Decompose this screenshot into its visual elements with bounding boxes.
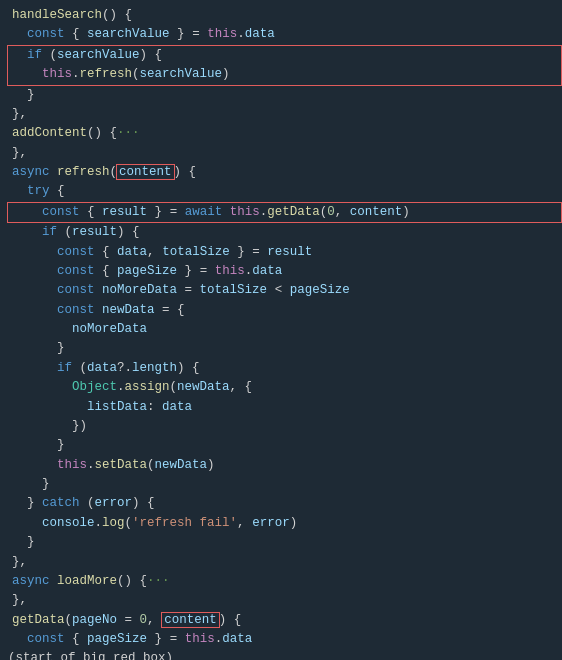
line-5: }: [8, 86, 562, 105]
line-29: },: [8, 553, 562, 572]
line-33: const { pageSize } = this.data: [8, 630, 562, 649]
line-10: try {: [8, 182, 562, 201]
line-27: console.log('refresh fail', error): [8, 514, 562, 533]
line-1: handleSearch() {: [8, 6, 562, 25]
line-19: if (data?.length) {: [8, 359, 562, 378]
line-6: },: [8, 105, 562, 124]
code-editor: handleSearch() { const { searchValue } =…: [0, 0, 562, 660]
line-3: if (searchValue) {: [8, 45, 562, 65]
line-14: const { pageSize } = this.data: [8, 262, 562, 281]
line-9: async refresh(content) {: [8, 163, 562, 182]
line-4: this.refresh(searchValue): [8, 65, 562, 85]
line-7: addContent() {···: [8, 124, 562, 143]
line-20: Object.assign(newData, {: [8, 378, 562, 397]
line-28: }: [8, 533, 562, 552]
line-16: const newData = {: [8, 301, 562, 320]
line-21: listData: data: [8, 398, 562, 417]
line-12: if (result) {: [8, 223, 562, 242]
line-26: } catch (error) {: [8, 494, 562, 513]
line-24: this.setData(newData): [8, 456, 562, 475]
line-25: }: [8, 475, 562, 494]
line-2: const { searchValue } = this.data: [8, 25, 562, 44]
line-17: noMoreData: [8, 320, 562, 339]
line-30: async loadMore() {···: [8, 572, 562, 591]
line-31: },: [8, 591, 562, 610]
line-11: const { result } = await this.getData(0,…: [8, 202, 562, 223]
line-13: const { data, totalSize } = result: [8, 243, 562, 262]
line-22: }): [8, 417, 562, 436]
line-15: const noMoreData = totalSize < pageSize: [8, 281, 562, 300]
line-32: getData(pageNo = 0, content) {: [8, 611, 562, 630]
line-23: }: [8, 436, 562, 455]
line-18: }: [8, 339, 562, 358]
line-8: },: [8, 144, 562, 163]
